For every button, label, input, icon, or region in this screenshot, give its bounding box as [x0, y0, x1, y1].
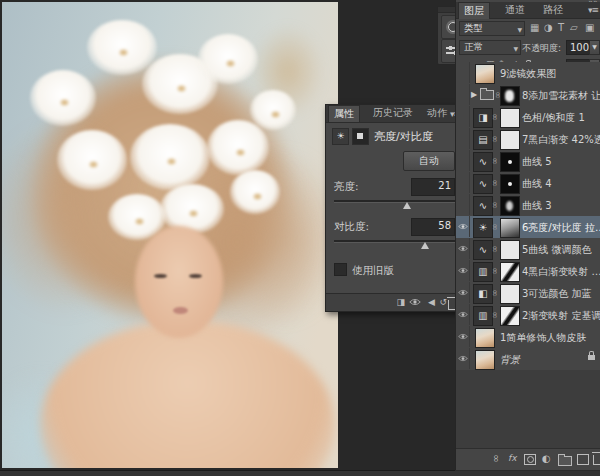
mask-thumbnail[interactable] — [500, 218, 520, 238]
contrast-value[interactable]: 58 — [411, 218, 455, 236]
layer-name[interactable]: 3可选颜色 加蓝 — [522, 287, 592, 301]
layer-thumbnail[interactable] — [475, 328, 495, 348]
filter-type-dropdown[interactable]: 类型 ▼ — [459, 21, 525, 36]
layer-row[interactable]: 9滤镜效果图 — [456, 62, 600, 85]
layer-row[interactable]: ▤ ∞ 7黑白渐变 42%透… — [456, 128, 600, 151]
opacity-dropdown-icon[interactable]: ▼ — [589, 40, 600, 55]
tab-history[interactable]: 历史记录 — [368, 105, 418, 121]
panel-menu-icon[interactable]: ▾≡ — [588, 5, 598, 15]
adjustment-mask-icon[interactable] — [352, 128, 369, 145]
mask-thumbnail[interactable] — [500, 174, 520, 194]
new-group-icon[interactable] — [558, 456, 572, 466]
layer-name[interactable]: 7黑白渐变 42%透… — [522, 133, 600, 147]
visibility-toggle-icon[interactable] — [409, 298, 421, 308]
visibility-well[interactable] — [456, 172, 470, 193]
layer-style-icon[interactable]: fx — [508, 453, 517, 463]
link-icon: ∞ — [490, 311, 500, 319]
layer-name[interactable]: 曲线 3 — [522, 199, 552, 213]
layer-row[interactable]: ◧ ∞ 3可选颜色 加蓝 — [456, 282, 600, 305]
photo-image[interactable] — [2, 2, 338, 468]
visibility-toggle[interactable] — [456, 326, 470, 347]
visibility-toggle[interactable] — [456, 216, 470, 237]
slider-thumb[interactable] — [403, 202, 411, 209]
smart-object-filter-icon[interactable]: ▣ — [585, 22, 594, 33]
layer-list-empty-area[interactable] — [456, 370, 600, 448]
previous-state-icon[interactable]: ◀ — [428, 297, 435, 307]
layer-row[interactable]: ∿ ∞ 曲线 4 — [456, 172, 600, 195]
use-legacy-checkbox[interactable] — [334, 263, 347, 276]
type-filter-icon[interactable]: T — [558, 22, 564, 33]
link-layers-icon[interactable]: ∞ — [491, 454, 502, 462]
visibility-well[interactable] — [456, 150, 470, 171]
mask-thumbnail[interactable] — [500, 196, 520, 216]
layer-row-selected[interactable]: ☀ ∞ 6亮度/对比度 拉… — [456, 216, 600, 239]
layer-name[interactable]: 6亮度/对比度 拉… — [522, 221, 600, 235]
visibility-well[interactable] — [456, 62, 470, 83]
mask-thumbnail[interactable] — [500, 262, 520, 282]
tab-properties[interactable]: 属性 — [328, 105, 360, 122]
link-icon: ∞ — [490, 135, 500, 143]
new-adjustment-layer-icon[interactable]: ◐ — [542, 453, 551, 464]
layer-name[interactable]: 曲线 5 — [522, 155, 552, 169]
brightness-value[interactable]: 21 — [411, 178, 455, 196]
brightness-slider[interactable] — [334, 197, 455, 207]
disclosure-triangle-icon[interactable]: ▶ — [471, 90, 477, 99]
contrast-label: 对比度: — [334, 220, 369, 234]
layer-name[interactable]: 8添加雪花素材 让… — [522, 89, 600, 103]
mask-thumbnail[interactable] — [500, 240, 520, 260]
background-layer-row[interactable]: 背景 — [456, 348, 600, 371]
layer-row[interactable]: ∿ ∞ 曲线 3 — [456, 194, 600, 217]
contrast-slider[interactable] — [334, 237, 455, 247]
layer-name[interactable]: 5曲线 微调颜色 — [522, 243, 592, 257]
visibility-well[interactable] — [456, 128, 470, 149]
group-mask-thumbnail[interactable] — [500, 86, 520, 106]
mask-thumbnail[interactable] — [500, 306, 520, 326]
layer-row[interactable]: ∿ ∞ 5曲线 微调颜色 — [456, 238, 600, 261]
layer-row[interactable]: 1简单修饰人物皮肤 — [456, 326, 600, 349]
group-row[interactable]: ▶ ∞ 8添加雪花素材 让… — [456, 84, 600, 107]
layer-row[interactable]: ▥ ∞ 4黑白渐变映射 … — [456, 260, 600, 283]
shape-filter-icon[interactable]: ▱ — [570, 22, 578, 33]
link-icon: ∞ — [490, 179, 500, 187]
delete-layer-icon[interactable] — [593, 455, 600, 465]
mask-thumbnail[interactable] — [500, 130, 520, 150]
layer-name[interactable]: 2渐变映射 定基调… — [522, 309, 600, 323]
auto-button[interactable]: 自动 — [403, 151, 455, 171]
visibility-toggle[interactable] — [456, 260, 470, 281]
new-layer-icon[interactable] — [577, 454, 589, 465]
layer-name[interactable]: 4黑白渐变映射 … — [522, 265, 600, 279]
mask-thumbnail[interactable] — [500, 152, 520, 172]
layer-row[interactable]: ∿ ∞ 曲线 5 — [456, 150, 600, 173]
blend-mode-dropdown[interactable]: 正常 ▼ — [459, 40, 521, 55]
visibility-toggle[interactable] — [456, 348, 470, 369]
orchid-flower — [57, 130, 127, 190]
mask-thumbnail[interactable] — [500, 284, 520, 304]
layer-name[interactable]: 背景 — [500, 353, 520, 367]
tab-channels[interactable]: 通道 — [500, 2, 530, 18]
adjustment-title: 亮度/对比度 — [374, 129, 433, 144]
reset-icon[interactable]: ↺ — [439, 297, 447, 307]
layer-name[interactable]: 9滤镜效果图 — [500, 67, 556, 81]
layer-name[interactable]: 色相/饱和度 1 — [522, 111, 585, 125]
add-mask-icon[interactable] — [524, 454, 536, 465]
layer-name[interactable]: 曲线 4 — [522, 177, 552, 191]
slider-thumb[interactable] — [421, 242, 429, 249]
tab-paths[interactable]: 路径 — [538, 2, 568, 18]
visibility-well[interactable] — [456, 106, 470, 127]
adjustment-filter-icon[interactable]: ◑ — [544, 22, 553, 33]
clip-to-layer-icon[interactable]: ◨ — [396, 297, 405, 307]
layer-row[interactable]: ◨ ∞ 色相/饱和度 1 — [456, 106, 600, 129]
mask-thumbnail[interactable] — [500, 108, 520, 128]
visibility-toggle[interactable] — [456, 238, 470, 259]
layer-thumbnail[interactable] — [475, 350, 495, 370]
visibility-toggle[interactable] — [456, 304, 470, 325]
tab-actions[interactable]: 动作 — [422, 105, 452, 121]
visibility-well[interactable] — [456, 194, 470, 215]
visibility-toggle[interactable] — [456, 282, 470, 303]
visibility-well[interactable] — [456, 84, 470, 105]
layer-name[interactable]: 1简单修饰人物皮肤 — [500, 331, 586, 345]
tab-layers[interactable]: 图层 — [458, 2, 490, 19]
layer-row[interactable]: ▥ ∞ 2渐变映射 定基调… — [456, 304, 600, 327]
pixel-filter-icon[interactable]: ▦ — [530, 22, 539, 33]
layer-thumbnail[interactable] — [475, 64, 495, 84]
